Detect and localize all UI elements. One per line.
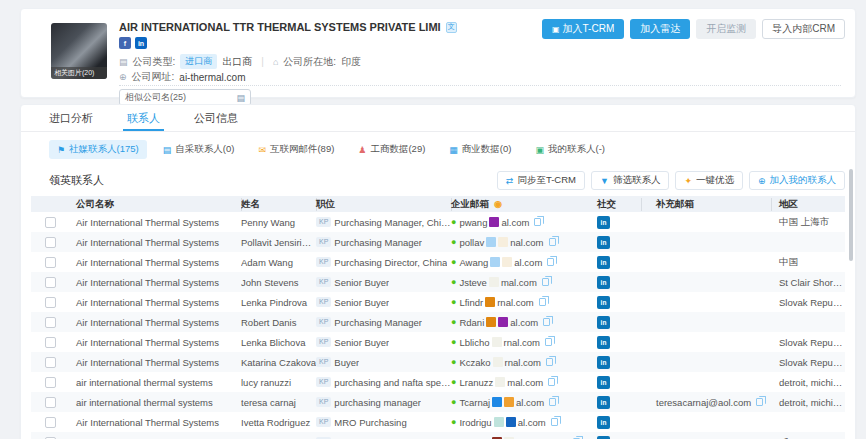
email-status-dot: ● bbox=[451, 257, 456, 267]
filter-chip-label: 工商数据(29) bbox=[370, 143, 425, 156]
copy-icon[interactable] bbox=[534, 218, 541, 226]
add-user-icon: ⊕ bbox=[758, 176, 766, 186]
linkedin-icon[interactable]: in bbox=[597, 416, 610, 429]
column-header-label: 公司名称 bbox=[76, 198, 114, 209]
linkedin-icon[interactable]: in bbox=[597, 336, 610, 349]
table-row: Air International Thermal SystemsRobert … bbox=[31, 312, 845, 332]
email-status-dot: ● bbox=[451, 297, 456, 307]
row-checkbox[interactable] bbox=[45, 297, 56, 308]
linkedin-icon[interactable]: in bbox=[597, 376, 610, 389]
email-mask-block bbox=[492, 337, 502, 347]
filter-chip[interactable]: ▤自采联系人(0) bbox=[155, 140, 243, 159]
tab-进口分析[interactable]: 进口分析 bbox=[49, 105, 93, 131]
checkbox-cell bbox=[31, 357, 69, 368]
table-row: Air International Thermal SystemsIvetta … bbox=[31, 412, 845, 432]
position-cell: KPpurchasing and nafta specialist bbox=[316, 377, 451, 388]
copy-icon[interactable] bbox=[546, 358, 553, 366]
exporter-chip[interactable]: 出口商 bbox=[222, 55, 252, 69]
copy-icon[interactable] bbox=[549, 398, 556, 406]
row-checkbox[interactable] bbox=[45, 417, 56, 428]
tab-联系人[interactable]: 联系人 bbox=[127, 105, 160, 131]
region-cell: detroit, michigan, united st... bbox=[771, 377, 845, 388]
copy-icon[interactable] bbox=[543, 318, 550, 326]
email-cell: ●Tcarnajal.com bbox=[451, 397, 581, 408]
linkedin-icon[interactable]: in bbox=[597, 236, 610, 249]
filter-chip[interactable]: ▣我的联系人(-) bbox=[527, 140, 613, 159]
toolbar-button[interactable]: ⊕加入我的联系人 bbox=[749, 171, 845, 190]
row-checkbox[interactable] bbox=[45, 337, 56, 348]
action-button[interactable]: 开启监测 bbox=[696, 19, 756, 39]
importer-chip[interactable]: 进口商 bbox=[180, 54, 217, 69]
copy-icon[interactable] bbox=[756, 398, 763, 406]
linkedin-icon[interactable]: in bbox=[135, 37, 147, 49]
row-checkbox[interactable] bbox=[45, 237, 56, 248]
key-person-tag: KP bbox=[316, 317, 331, 327]
checkbox-cell bbox=[31, 277, 69, 288]
toolbar-button[interactable]: ▼筛选联系人 bbox=[591, 171, 669, 190]
email-cell: ●Lranuzzmal.com bbox=[451, 377, 581, 388]
action-button[interactable]: 加入雷达 bbox=[630, 19, 690, 39]
table-row: Air International Thermal SystemsPenny W… bbox=[31, 212, 845, 232]
toolbar-button[interactable]: ⇄同步至T-CRM bbox=[497, 171, 585, 190]
copy-icon[interactable] bbox=[551, 418, 558, 426]
copy-icon[interactable] bbox=[547, 258, 554, 266]
linkedin-icon[interactable]: in bbox=[597, 436, 610, 439]
row-checkbox[interactable] bbox=[45, 317, 56, 328]
briefcase-icon: ▦ bbox=[449, 145, 458, 155]
row-checkbox[interactable] bbox=[45, 217, 56, 228]
person-icon: ♟ bbox=[358, 145, 366, 155]
linkedin-icon[interactable]: in bbox=[597, 396, 610, 409]
company-cell: Air International Thermal Systems bbox=[69, 357, 241, 368]
row-checkbox[interactable] bbox=[45, 257, 56, 268]
linkedin-icon[interactable]: in bbox=[597, 356, 610, 369]
toolbar-button[interactable]: ✦一键优选 bbox=[675, 171, 743, 190]
table-row: Air International Thermal SystemsJohn St… bbox=[31, 272, 845, 292]
filter-chip[interactable]: ▦商业数据(0) bbox=[441, 140, 519, 159]
section-title: 领英联系人 bbox=[49, 173, 104, 188]
email-suffix: nal.com bbox=[510, 237, 543, 248]
facebook-icon[interactable]: f bbox=[119, 37, 131, 49]
main-card: 进口分析联系人公司信息 ⚑社媒联系人(175)▤自采联系人(0)✉互联网邮件(8… bbox=[20, 104, 856, 439]
copy-icon[interactable] bbox=[548, 378, 555, 386]
checkbox-cell bbox=[31, 317, 69, 328]
translate-icon[interactable]: 文 bbox=[446, 22, 457, 33]
tab-公司信息[interactable]: 公司信息 bbox=[194, 105, 238, 131]
website-value[interactable]: ai-thermal.com bbox=[179, 72, 245, 83]
copy-icon[interactable] bbox=[539, 298, 546, 306]
row-checkbox[interactable] bbox=[45, 397, 56, 408]
linkedin-icon[interactable]: in bbox=[597, 256, 610, 269]
linkedin-icon[interactable]: in bbox=[597, 276, 610, 289]
filter-chip[interactable]: ♟工商数据(29) bbox=[350, 140, 433, 159]
email-prefix: Jsteve bbox=[459, 277, 486, 288]
region-cell: Slovak Republic bbox=[771, 337, 845, 348]
filter-chip[interactable]: ⚑社媒联系人(175) bbox=[49, 140, 147, 159]
email-quality-icon: ◉ bbox=[494, 199, 502, 209]
filter-chip[interactable]: ✉互联网邮件(89) bbox=[250, 140, 342, 159]
copy-icon[interactable] bbox=[549, 238, 556, 246]
social-cell: in bbox=[581, 316, 641, 329]
row-checkbox[interactable] bbox=[45, 357, 56, 368]
name-cell: teresa carnaj bbox=[241, 397, 316, 408]
company-title: AIR INTERNATIONAL TTR THERMAL SYSTEMS PR… bbox=[119, 21, 441, 33]
position-text: MRO Purchasing bbox=[334, 417, 406, 428]
row-checkbox[interactable] bbox=[45, 377, 56, 388]
card-icon: ▤ bbox=[119, 57, 128, 67]
key-person-tag: KP bbox=[316, 417, 331, 427]
column-header-label: 地区 bbox=[779, 198, 798, 209]
linkedin-icon[interactable]: in bbox=[597, 316, 610, 329]
my-contact-icon: ▣ bbox=[535, 145, 544, 155]
action-button[interactable]: 导入内部CRM bbox=[762, 19, 845, 39]
copy-icon[interactable] bbox=[542, 278, 549, 286]
add-to-tcrm-button[interactable]: ▣加入T-CRM bbox=[542, 19, 624, 39]
name-cell: John Stevens bbox=[241, 277, 316, 288]
region-cell: 中国 bbox=[771, 256, 845, 269]
row-checkbox[interactable] bbox=[45, 277, 56, 288]
email-mask-block bbox=[486, 317, 496, 327]
scrollbar-thumb[interactable] bbox=[849, 169, 853, 261]
linkedin-icon[interactable]: in bbox=[597, 216, 610, 229]
linkedin-icon[interactable]: in bbox=[597, 296, 610, 309]
table-row: Air International Thermal SystemsKatarin… bbox=[31, 352, 845, 372]
company-photo[interactable]: 相关图片(20) bbox=[51, 23, 107, 79]
copy-icon[interactable] bbox=[545, 338, 552, 346]
extra-email-cell: teresacarnaj@aol.com bbox=[641, 397, 771, 408]
